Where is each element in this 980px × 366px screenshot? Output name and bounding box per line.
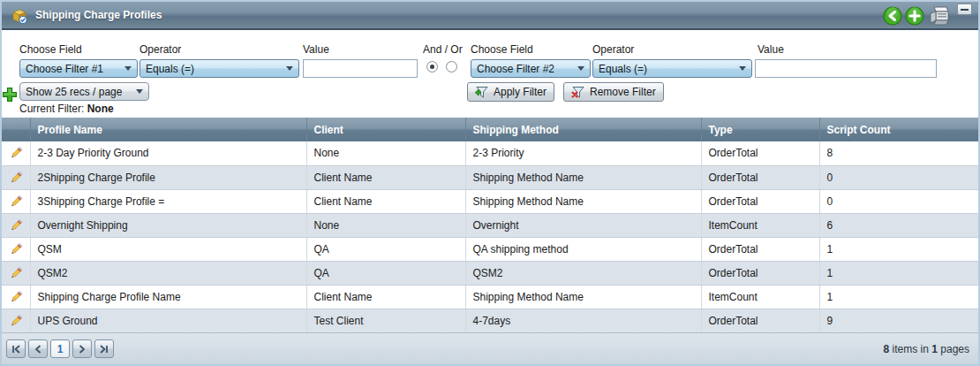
collapse-icon[interactable] — [957, 4, 972, 15]
pages-count: 1 — [931, 343, 938, 355]
or-radio[interactable] — [446, 61, 457, 72]
filter1-field-value: Choose Filter #1 — [26, 63, 121, 75]
funnel-remove-icon — [571, 86, 585, 99]
cell-profile-name: 2-3 Day Priority Ground — [30, 141, 306, 165]
filter2-field-dropdown[interactable]: Choose Filter #2 — [471, 59, 591, 78]
table-row: 3Shipping Charge Profile = Client Name S… — [2, 189, 978, 213]
cell-shipping-method: Shipping Method Name — [465, 189, 701, 213]
back-icon[interactable] — [883, 6, 902, 26]
cell-client: Client Name — [306, 189, 465, 213]
edit-pencil-icon[interactable] — [9, 290, 23, 304]
filter2-operator-value: Equals (=) — [599, 63, 735, 75]
edit-pencil-icon[interactable] — [9, 218, 23, 233]
filter2-value-input[interactable] — [755, 59, 937, 78]
shipping-charge-profiles-panel: Shipping Charge Profiles — [0, 0, 980, 366]
value-label-1: Value — [303, 43, 329, 56]
cell-type: OrderTotal — [701, 141, 819, 165]
table-header-row: Profile Name Client Shipping Method Type… — [2, 118, 978, 141]
edit-pencil-icon[interactable] — [9, 266, 23, 280]
header-shipping-method[interactable]: Shipping Method — [465, 118, 701, 141]
prev-page-icon — [34, 345, 42, 354]
page-size-dropdown[interactable]: Show 25 recs / page — [19, 82, 149, 101]
current-filter-value: None — [87, 103, 114, 115]
table-row: QSM2 QA QSM2 OrderTotal 1 — [2, 261, 978, 285]
header-profile-name[interactable]: Profile Name — [30, 118, 306, 141]
cell-shipping-method: 2-3 Priority — [465, 141, 701, 165]
page-number-button[interactable]: 1 — [50, 339, 70, 358]
and-radio[interactable] — [426, 61, 438, 72]
edit-cell — [2, 189, 30, 213]
edit-cell — [2, 309, 30, 332]
page-title: Shipping Charge Profiles — [35, 9, 162, 21]
operator-label-1: Operator — [139, 43, 181, 56]
filter-bar: Choose Field Choose Filter #1 Operator E… — [2, 32, 978, 118]
filter2-operator-dropdown[interactable]: Equals (=) — [592, 59, 752, 78]
cell-profile-name: UPS Ground — [30, 309, 306, 332]
edit-cell — [2, 261, 30, 285]
header-type[interactable]: Type — [701, 118, 819, 141]
chevron-down-icon — [124, 66, 132, 71]
last-page-button[interactable] — [94, 339, 114, 358]
pager-bar: 1 8 items in 1 pages — [2, 332, 978, 364]
edit-column-header — [2, 118, 30, 141]
funnel-add-icon — [475, 86, 489, 99]
cell-shipping-method: 4-7days — [465, 309, 701, 332]
add-icon[interactable] — [905, 6, 924, 26]
next-page-button[interactable] — [72, 339, 92, 358]
edit-cell — [2, 141, 30, 165]
edit-cell — [2, 165, 30, 189]
edit-cell — [2, 285, 30, 309]
next-page-icon — [78, 345, 87, 354]
apply-filter-button[interactable]: Apply Filter — [467, 82, 554, 102]
prev-page-button[interactable] — [28, 339, 48, 358]
printer-icon[interactable] — [927, 5, 954, 27]
choose-field-label-1: Choose Field — [19, 43, 82, 56]
package-check-icon — [11, 7, 28, 27]
first-page-icon — [11, 345, 21, 354]
add-filter-icon[interactable] — [2, 87, 18, 105]
edit-pencil-icon[interactable] — [9, 146, 23, 160]
header-script-count[interactable]: Script Count — [819, 118, 978, 141]
filter1-field-dropdown[interactable]: Choose Filter #1 — [19, 59, 138, 78]
cell-type: OrderTotal — [701, 189, 819, 213]
filter2-field-value: Choose Filter #2 — [477, 63, 574, 75]
edit-pencil-icon[interactable] — [9, 314, 23, 328]
cell-script-count: 0 — [819, 189, 978, 213]
cell-client: Client Name — [306, 285, 465, 309]
operator-label-2: Operator — [592, 43, 634, 56]
table-row: UPS Ground Test Client 4-7days OrderTota… — [2, 309, 978, 332]
table-row: 2-3 Day Priority Ground None 2-3 Priorit… — [2, 141, 978, 165]
cell-client: None — [306, 213, 465, 237]
chevron-down-icon — [136, 89, 143, 94]
cell-type: OrderTotal — [701, 309, 819, 332]
cell-profile-name: Overnight Shipping — [30, 213, 306, 237]
first-page-button[interactable] — [6, 339, 26, 358]
chevron-down-icon — [739, 66, 746, 71]
remove-filter-button[interactable]: Remove Filter — [563, 82, 664, 102]
table-row: QSM QA QA shipping method OrderTotal 1 — [2, 237, 978, 261]
and-or-label: And / Or — [423, 43, 463, 56]
filter1-value-input[interactable] — [303, 59, 418, 78]
header-client[interactable]: Client — [306, 118, 465, 141]
items-text: items in — [889, 343, 931, 355]
cell-type: ItemCount — [701, 213, 819, 237]
filter1-operator-dropdown[interactable]: Equals (=) — [139, 59, 299, 78]
chevron-down-icon — [577, 66, 584, 71]
cell-client: None — [306, 141, 465, 165]
cell-script-count: 8 — [819, 141, 978, 165]
edit-pencil-icon[interactable] — [9, 171, 23, 185]
remove-filter-label: Remove Filter — [590, 86, 656, 98]
edit-pencil-icon[interactable] — [9, 194, 23, 209]
edit-pencil-icon[interactable] — [9, 242, 23, 256]
value-label-2: Value — [758, 43, 784, 56]
pages-text: pages — [938, 343, 969, 355]
chevron-down-icon — [286, 66, 293, 71]
cell-script-count: 1 — [819, 285, 978, 309]
table-row: 2Shipping Charge Profile Client Name Shi… — [2, 165, 978, 189]
edit-cell — [2, 237, 30, 261]
cell-shipping-method: Overnight — [465, 213, 701, 237]
table-row: Shipping Charge Profile Name Client Name… — [2, 285, 978, 309]
pager-summary: 8 items in 1 pages — [884, 333, 969, 365]
cell-script-count: 9 — [819, 309, 978, 332]
filter1-operator-value: Equals (=) — [146, 63, 283, 75]
